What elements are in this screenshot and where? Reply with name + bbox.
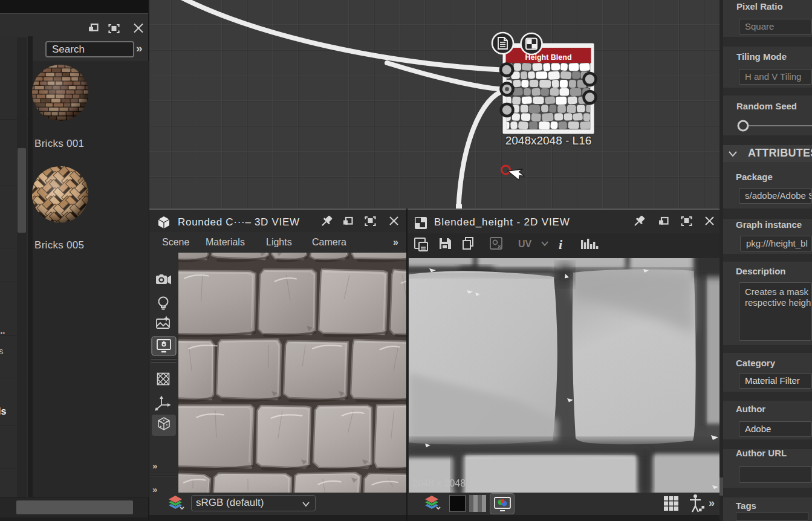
svg-text:UV: UV — [518, 239, 532, 249]
svg-text:»: » — [152, 461, 157, 471]
svg-text:2048 x 2048: 2048 x 2048 — [412, 478, 466, 488]
svg-text:i: i — [559, 237, 563, 252]
svg-text:»: » — [152, 484, 157, 493]
svg-text:2048x2048 - L16: 2048x2048 - L16 — [505, 134, 592, 147]
